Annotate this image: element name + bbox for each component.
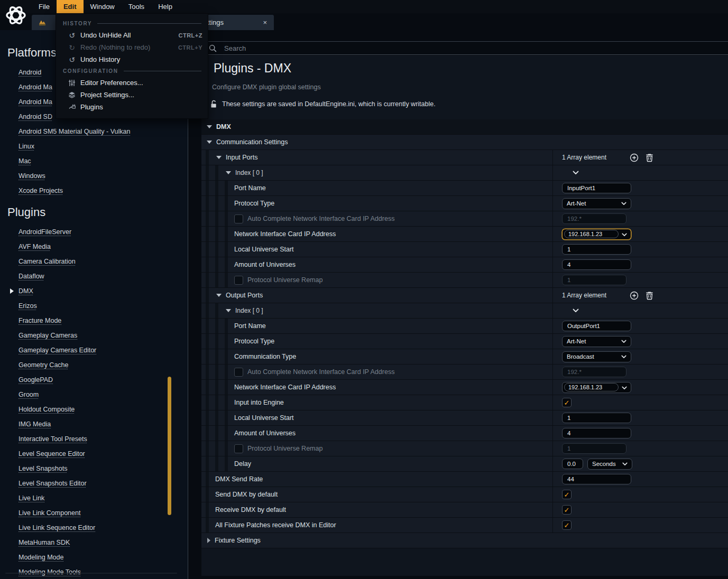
field-local-universe-start[interactable]: 1	[562, 413, 631, 423]
sidebar-item-erizos[interactable]: Erizos	[19, 298, 188, 313]
checkbox-all-fixture-patches-receive-dmx-in-editor-checked[interactable]: ✓	[562, 520, 572, 530]
search-input[interactable]	[223, 44, 728, 53]
sidebar-item-label: GooglePAD	[19, 376, 53, 384]
expand-arrow-icon[interactable]	[207, 125, 212, 128]
sidebar-item-level-snapshots-editor[interactable]: Level Snapshots Editor	[19, 476, 188, 491]
option-checkbox-unchecked[interactable]	[234, 276, 243, 285]
collapse-chevron-icon[interactable]	[573, 171, 579, 175]
indent-rail	[215, 273, 225, 287]
field-port-name[interactable]: OutputPort1	[562, 321, 631, 331]
indent-rail	[215, 334, 225, 349]
expand-arrow-icon[interactable]	[216, 156, 222, 159]
sidebar-item-mac[interactable]: Mac	[19, 154, 188, 169]
menu-item-plugins[interactable]: Plugins	[56, 101, 208, 113]
menubar-item-file[interactable]: File	[32, 0, 57, 13]
sidebar-item-live-link[interactable]: Live Link	[19, 491, 188, 506]
sidebar-item-live-link-component[interactable]: Live Link Component	[19, 506, 188, 520]
sidebar-item-windows[interactable]: Windows	[19, 169, 188, 183]
sidebar-item-groom[interactable]: Groom	[19, 387, 188, 402]
expand-arrow-icon[interactable]	[226, 309, 231, 312]
dropdown-value: Art-Net	[567, 338, 586, 344]
tab-close-icon[interactable]: ×	[263, 15, 267, 30]
indent-rail	[206, 349, 215, 364]
sidebar-item-live-link-sequence-editor[interactable]: Live Link Sequence Editor	[19, 520, 188, 535]
field-amount-of-universes[interactable]: 4	[562, 259, 631, 270]
checkbox-input-into-engine-checked[interactable]: ✓	[562, 398, 572, 407]
sidebar-item-fracture-mode[interactable]: Fracture Mode	[19, 313, 188, 328]
notice-text: These settings are saved in DefaultEngin…	[222, 100, 436, 108]
collapse-arrow-icon[interactable]	[207, 538, 210, 543]
unreal-editor-window: File Edit Window Tools Help Project Sett…	[0, 0, 728, 579]
menu-item-project-settings[interactable]: Project Settings...	[56, 89, 208, 101]
menu-item-undo-unhide-all[interactable]: ↺Undo UnHide AllCTRL+Z	[56, 29, 208, 41]
row-label: Protocol Type	[234, 200, 274, 207]
dropdown-communication-type[interactable]: Broadcast	[562, 351, 631, 362]
sidebar-item-level-snapshots[interactable]: Level Snapshots	[19, 461, 188, 476]
sidebar-item-avf-media[interactable]: AVF Media	[19, 239, 188, 254]
sidebar-item-linux[interactable]: Linux	[19, 139, 188, 154]
sidebar-item-android-sm5-material-quality-vulkan[interactable]: Android SM5 Material Quality - Vulkan	[19, 124, 188, 139]
dropdown-protocol-type[interactable]: Art-Net	[562, 198, 631, 209]
menubar-item-edit[interactable]: Edit	[57, 0, 84, 13]
add-array-element-icon[interactable]	[630, 153, 639, 162]
sidebar-item-gameplay-cameras-editor[interactable]: Gameplay Cameras Editor	[19, 343, 188, 358]
clear-array-icon[interactable]	[646, 291, 653, 300]
settings-row-protocol-universe-remap: Protocol Universe Remap1	[201, 441, 728, 456]
expand-arrow-icon[interactable]	[216, 294, 222, 297]
sidebar-item-modeling-mode-tools[interactable]: Modeling Mode Tools	[19, 565, 188, 579]
sidebar-item-level-sequence-editor[interactable]: Level Sequence Editor	[19, 446, 188, 461]
field-delay[interactable]: 0.0	[562, 459, 583, 469]
field-port-name[interactable]: InputPort1	[562, 183, 631, 193]
redo-icon: ↻	[67, 44, 77, 51]
menubar-item-window[interactable]: Window	[84, 0, 122, 13]
sidebar-item-modeling-mode[interactable]: Modeling Mode	[19, 550, 188, 565]
dropdown-delay-unit[interactable]: Seconds	[587, 459, 632, 470]
sidebar-item-dataflow[interactable]: Dataflow	[19, 269, 188, 284]
menu-item-editor-preferences[interactable]: Editor Preferences...	[56, 77, 208, 89]
sidebar-item-geometry-cache[interactable]: Geometry Cache	[19, 358, 188, 372]
field-protocol-universe-remap: 1	[562, 443, 626, 454]
field-local-universe-start[interactable]: 1	[562, 244, 631, 255]
menubar-item-help[interactable]: Help	[151, 0, 179, 13]
add-array-element-icon[interactable]	[630, 291, 639, 300]
option-checkbox-unchecked[interactable]	[234, 214, 243, 223]
field-dmx-send-rate[interactable]: 44	[562, 474, 631, 484]
expand-arrow-icon[interactable]	[226, 171, 231, 174]
menubar-item-tools[interactable]: Tools	[122, 0, 151, 13]
sidebar-item-dmx[interactable]: DMX	[19, 284, 188, 298]
ip-address-combo[interactable]: 192.168.1.23	[562, 382, 631, 393]
row-value-cell: 0.0Seconds	[552, 456, 728, 471]
menu-item-undo-history[interactable]: ↺Undo History	[56, 53, 208, 66]
indent-rail	[206, 150, 215, 165]
sidebar-item-xcode-projects[interactable]: Xcode Projects	[19, 183, 188, 198]
dropdown-value: Art-Net	[567, 200, 586, 207]
dropdown-value: Broadcast	[567, 353, 594, 360]
sidebar-item-interactive-tool-presets[interactable]: Interactive Tool Presets	[19, 432, 188, 446]
dropdown-protocol-type[interactable]: Art-Net	[562, 336, 631, 347]
menu-section-rule	[124, 71, 202, 71]
field-amount-of-universes[interactable]: 4	[562, 428, 631, 438]
sidebar-scrollbar[interactable]	[168, 377, 171, 515]
sidebar-item-camera-calibration[interactable]: Camera Calibration	[19, 254, 188, 269]
indent-rail	[215, 227, 225, 241]
ip-address-combo[interactable]: 192.168.1.23	[562, 229, 631, 240]
sidebar-item-googlepad[interactable]: GooglePAD	[19, 372, 188, 387]
sidebar-item-label: Android SM5 Material Quality - Vulkan	[19, 128, 130, 135]
sidebar-item-label: Linux	[19, 143, 34, 150]
settings-row-input-ports: Input Ports1 Array element	[201, 150, 728, 165]
option-checkbox-unchecked[interactable]	[234, 444, 243, 453]
sidebar-item-img-media[interactable]: IMG Media	[19, 417, 188, 432]
indent-rail	[225, 227, 234, 241]
checkbox-send-dmx-by-default-checked[interactable]: ✓	[562, 490, 572, 499]
sidebar-item-gameplay-cameras[interactable]: Gameplay Cameras	[19, 328, 188, 343]
collapse-chevron-icon[interactable]	[573, 309, 579, 313]
checkbox-receive-dmx-by-default-checked[interactable]: ✓	[562, 505, 572, 515]
option-checkbox-unchecked[interactable]	[234, 368, 243, 377]
sidebar-item-holdout-composite[interactable]: Holdout Composite	[19, 402, 188, 417]
clear-array-icon[interactable]	[646, 153, 653, 162]
expand-arrow-icon[interactable]	[207, 141, 212, 144]
row-value-cell: 192.168.1.23	[552, 380, 728, 395]
sidebar-item-metahuman-sdk[interactable]: MetaHuman SDK	[19, 535, 188, 550]
sidebar-item-androidfileserver[interactable]: AndroidFileServer	[19, 225, 188, 239]
indent-rail	[206, 227, 215, 241]
